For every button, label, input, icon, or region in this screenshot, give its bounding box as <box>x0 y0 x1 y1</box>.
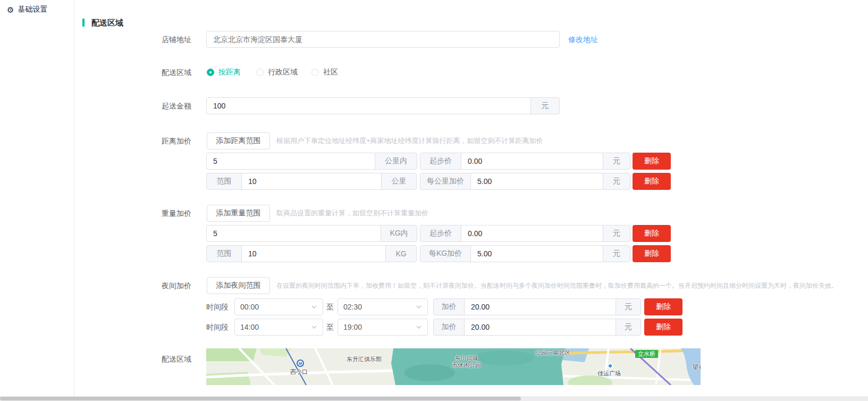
radio-unchecked-icon <box>311 69 319 76</box>
weight-row1-delete-button[interactable]: 删除 <box>633 225 671 242</box>
weight-row1-price-input[interactable] <box>461 225 603 242</box>
chevron-down-icon <box>416 304 422 310</box>
map-label-park: 东小口城 市休闲公园 <box>452 355 481 369</box>
night-row2-start-select[interactable]: 14:00 <box>234 319 323 336</box>
night-row1-start-value: 00:00 <box>240 303 259 311</box>
edit-address-link[interactable]: 修改地址 <box>568 31 598 48</box>
night-row2-start-value: 14:00 <box>240 323 259 331</box>
weight-row2-range-label: 范围 <box>206 245 242 262</box>
weight-row2-price-input[interactable] <box>470 245 603 262</box>
section-accent-bar <box>82 19 85 27</box>
night-row1-start-select[interactable]: 00:00 <box>234 298 323 315</box>
page-title: 配送区域 <box>91 18 123 28</box>
chevron-down-icon <box>311 304 317 310</box>
distance-row1-delete-button[interactable]: 删除 <box>633 153 671 170</box>
min-amount-group: 元 <box>206 97 560 114</box>
night-row1-end-value: 02:30 <box>343 303 362 311</box>
radio-label: 行政区域 <box>268 68 298 77</box>
radio-community[interactable]: 社区 <box>311 64 338 81</box>
min-amount-unit: 元 <box>530 97 560 114</box>
radio-by-distance[interactable]: 按距离 <box>207 64 241 81</box>
store-address-label: 店铺地址 <box>85 31 191 48</box>
night-row1-to-label: 至 <box>326 298 334 315</box>
night-row1-price-group: 加价 元 <box>433 298 641 315</box>
chevron-down-icon <box>311 324 317 330</box>
night-row1-price-label: 加价 <box>433 298 465 315</box>
distance-hint: 根据用户下单定位地址经纬度+商家地址经纬度计算骑行距离，如留空则不计算距离加价 <box>276 132 543 149</box>
distance-row2-delete-button[interactable]: 删除 <box>633 173 671 190</box>
map-label-park-line2: 市休闲公园 <box>452 362 481 369</box>
weight-row2-price-group: 每KG加价 元 <box>420 245 630 262</box>
night-row2-price-label: 加价 <box>433 319 465 336</box>
distance-row1-km-unit: 公里内 <box>375 153 417 170</box>
sidebar-item-label: 基础设置 <box>18 5 47 14</box>
night-row2-delete-button[interactable]: 删除 <box>644 319 682 336</box>
distance-row2-price-group: 每公里加价 元 <box>420 173 630 190</box>
distance-row2-range-label: 范围 <box>206 173 242 190</box>
add-night-range-button[interactable]: 添加夜间范围 <box>207 277 270 294</box>
weight-row2-kg-unit: KG <box>385 245 417 262</box>
night-row2-price-input[interactable] <box>464 319 616 336</box>
map-label-park-line1: 东小口城 <box>452 355 481 362</box>
chevron-down-icon <box>416 324 422 330</box>
min-amount-label: 起送金额 <box>85 97 191 114</box>
weight-row1-kg-unit: KG内 <box>381 225 417 242</box>
add-distance-range-button[interactable]: 添加距离范围 <box>207 132 270 149</box>
distance-surcharge-label: 距离加价 <box>85 132 191 149</box>
distance-row1-km-input[interactable] <box>206 153 375 170</box>
weight-row1-price-label: 起步价 <box>420 225 461 242</box>
weight-row1-price-unit: 元 <box>603 225 630 242</box>
distance-row2-price-label: 每公里加价 <box>420 173 471 190</box>
radio-checked-icon <box>207 69 214 76</box>
radio-admin-region[interactable]: 行政区域 <box>256 64 298 81</box>
distance-row2-range-group: 范围 公里 <box>206 173 417 190</box>
delivery-area-map[interactable]: M 西小口 东升汇俱乐部 东小口城 市休闲公园 公园三期北区 佳运广场 立水桥 … <box>206 348 701 385</box>
sidebar-item-basic-settings[interactable]: ⚙ 基础设置 <box>0 0 74 19</box>
map-section-label: 配送区域 <box>85 350 191 367</box>
night-row1-delete-button[interactable]: 删除 <box>644 298 682 315</box>
night-surcharge-label: 夜间加价 <box>85 277 191 294</box>
weight-row2-delete-button[interactable]: 删除 <box>633 245 671 262</box>
night-row2-end-select[interactable]: 19:00 <box>338 319 428 336</box>
weight-surcharge-label: 重量加价 <box>85 205 191 222</box>
radio-unchecked-icon <box>256 69 264 76</box>
night-hint: 在设置的夜间时间范围内下单，加收费用！如留空，则不计算夜间加价。当配送时间与多个… <box>276 277 838 294</box>
map-label-jiayun-plaza: 佳运广场 <box>597 370 621 377</box>
weight-row2-kg-input[interactable] <box>241 245 386 262</box>
night-row1-end-select[interactable]: 02:30 <box>338 298 428 315</box>
scrollbar-thumb[interactable] <box>0 397 521 400</box>
map-label-wangchunyuan: 望春园 <box>693 364 701 371</box>
night-row1-period-label: 时间段 <box>206 298 229 315</box>
min-amount-input[interactable] <box>206 97 531 114</box>
weight-row1-kg-input[interactable] <box>206 225 381 242</box>
night-row2-end-value: 19:00 <box>343 323 362 331</box>
distance-row2-km-unit: 公里 <box>381 173 417 190</box>
plaza-poi-icon <box>608 363 613 369</box>
distance-row1-price-input[interactable] <box>461 153 603 170</box>
distance-row2-price-input[interactable] <box>470 173 603 190</box>
distance-row1-range-group: 公里内 <box>206 153 417 170</box>
night-row1-price-unit: 元 <box>616 298 641 315</box>
distance-row1-price-unit: 元 <box>603 153 630 170</box>
weight-row2-price-unit: 元 <box>603 245 630 262</box>
map-label-lishuiqiao: 立水桥 <box>635 350 658 358</box>
sidebar: ⚙ 基础设置 <box>0 0 74 401</box>
add-weight-range-button[interactable]: 添加重量范围 <box>207 205 270 222</box>
distance-row1-price-label: 起步价 <box>420 153 461 170</box>
night-row2-price-unit: 元 <box>616 319 641 336</box>
weight-hint: 取商品设置的重量计算，如留空则不计算重量加价 <box>276 205 428 222</box>
distance-row2-price-unit: 元 <box>603 173 630 190</box>
night-row2-period-label: 时间段 <box>206 319 229 336</box>
gear-icon: ⚙ <box>7 6 14 14</box>
night-row2-price-group: 加价 元 <box>433 319 641 336</box>
distance-row2-km-input[interactable] <box>241 173 382 190</box>
area-type-label: 配送区域 <box>85 64 191 81</box>
night-row1-price-input[interactable] <box>464 298 616 315</box>
store-address-input[interactable] <box>206 31 560 48</box>
weight-row2-price-label: 每KG加价 <box>420 245 471 262</box>
weight-row1-range-group: KG内 <box>206 225 417 242</box>
weight-row2-range-group: 范围 KG <box>206 245 417 262</box>
map-label-dongshenghui-club: 东升汇俱乐部 <box>347 356 382 363</box>
horizontal-scrollbar[interactable] <box>0 396 868 401</box>
night-row2-to-label: 至 <box>326 319 334 336</box>
